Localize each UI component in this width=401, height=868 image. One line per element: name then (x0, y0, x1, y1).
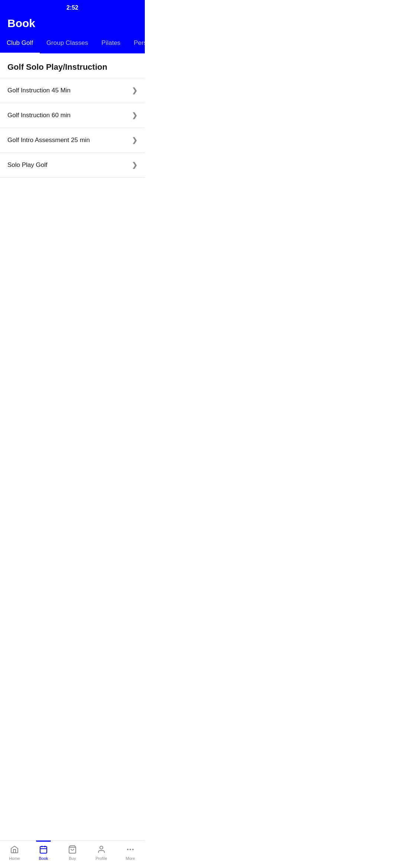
list-item-label: Solo Play Golf (7, 161, 48, 169)
tab-club-golf[interactable]: Club Golf (0, 36, 40, 53)
list-item[interactable]: Golf Intro Assessment 25 min ❯ (0, 128, 145, 152)
chevron-icon: ❯ (132, 86, 137, 95)
list-item[interactable]: Golf Instruction 60 min ❯ (0, 103, 145, 128)
list-item[interactable]: Golf Instruction 45 Min ❯ (0, 78, 145, 103)
tab-personal[interactable]: Personal (127, 36, 145, 53)
chevron-icon: ❯ (132, 161, 137, 169)
list-item-label: Golf Instruction 60 min (7, 112, 71, 119)
list-item[interactable]: Solo Play Golf ❯ (0, 152, 145, 178)
tab-pilates[interactable]: Pilates (95, 36, 127, 53)
main-content: Golf Solo Play/Instruction Golf Instruct… (0, 53, 145, 178)
tab-group-classes[interactable]: Group Classes (40, 36, 95, 53)
chevron-icon: ❯ (132, 111, 137, 119)
section-title: Golf Solo Play/Instruction (0, 53, 145, 78)
list-item-label: Golf Intro Assessment 25 min (7, 137, 90, 144)
tabs-container: Club Golf Group Classes Pilates Personal (0, 36, 145, 53)
status-bar: 2:52 (0, 0, 145, 14)
page-title: Book (7, 17, 137, 30)
list-item-label: Golf Instruction 45 Min (7, 87, 71, 94)
status-time: 2:52 (66, 4, 78, 11)
header: Book (0, 14, 145, 36)
chevron-icon: ❯ (132, 136, 137, 144)
